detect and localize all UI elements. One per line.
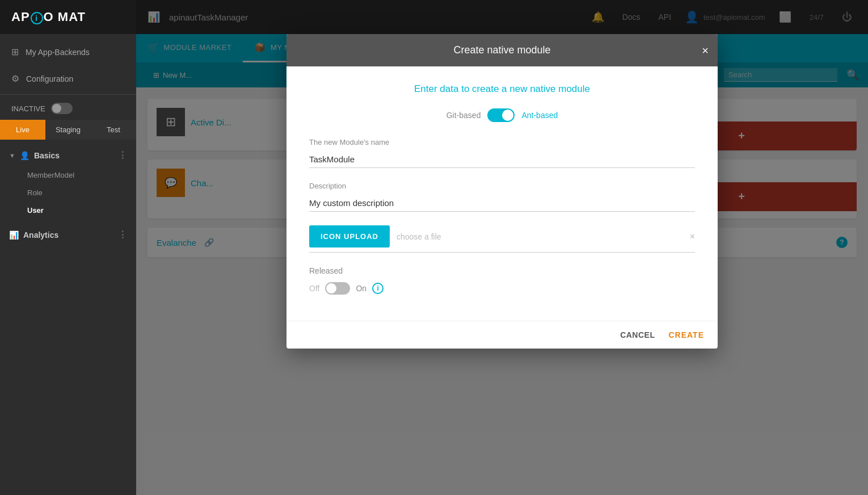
description-label: Description xyxy=(309,182,695,190)
env-tab-staging[interactable]: Staging xyxy=(45,120,91,140)
sidebar-menu: ⊞ My App-Backends ⚙ Configuration INACTI… xyxy=(0,34,136,495)
sidebar-logo: APiO MAT xyxy=(0,0,136,34)
inactive-label: INACTIVE xyxy=(11,104,45,113)
grid-icon: ⊞ xyxy=(11,47,19,57)
modal-close-button[interactable]: × xyxy=(702,45,709,56)
upload-placeholder: choose a file xyxy=(397,232,683,241)
sidebar-item-label: Configuration xyxy=(26,74,73,83)
analytics-section[interactable]: 📊 Analytics ⋮ xyxy=(0,224,136,246)
description-input[interactable] xyxy=(309,195,695,212)
logo: APiO MAT xyxy=(11,10,86,24)
modal-subtitle: Enter data to create a new native module xyxy=(309,83,695,95)
modal-title: Create native module xyxy=(453,44,550,56)
person-icon: 👤 xyxy=(20,151,30,160)
icon-upload-row: ICON UPLOAD choose a file × xyxy=(309,225,695,253)
env-tab-live[interactable]: Live xyxy=(0,120,45,140)
sidebar-item-member-model[interactable]: MemberModel xyxy=(0,166,136,184)
description-field: Description xyxy=(309,182,695,212)
released-toggle-row: Off On i xyxy=(309,282,695,295)
ant-based-label: Ant-based xyxy=(521,111,558,120)
cancel-button[interactable]: CANCEL xyxy=(620,330,655,339)
released-on-label: On xyxy=(356,284,366,293)
released-info-icon[interactable]: i xyxy=(372,283,384,294)
modal-overlay: Create native module × Enter data to cre… xyxy=(136,0,868,495)
sidebar-item-role[interactable]: Role xyxy=(0,184,136,202)
create-button[interactable]: CREATE xyxy=(668,330,704,339)
module-name-input[interactable] xyxy=(309,151,695,168)
mode-toggle[interactable] xyxy=(487,108,515,122)
analytics-label: Analytics xyxy=(23,230,58,240)
inactive-toggle[interactable] xyxy=(51,103,73,114)
modal-footer: CANCEL CREATE xyxy=(286,321,718,349)
analytics-more-icon[interactable]: ⋮ xyxy=(118,229,127,240)
basics-section-header[interactable]: ▼ 👤 Basics ⋮ xyxy=(0,144,136,166)
env-tab-test[interactable]: Test xyxy=(91,120,136,140)
basics-label: Basics xyxy=(34,151,60,160)
sidebar-item-configuration[interactable]: ⚙ Configuration xyxy=(0,65,136,92)
sidebar-divider xyxy=(0,94,136,95)
gear-icon: ⚙ xyxy=(11,73,19,84)
sidebar-item-user[interactable]: User xyxy=(0,202,136,219)
inactive-row: INACTIVE xyxy=(0,97,136,120)
collapse-icon: ▼ xyxy=(9,152,15,159)
upload-clear-button[interactable]: × xyxy=(690,232,695,242)
sidebar-item-my-app-backends[interactable]: ⊞ My App-Backends xyxy=(0,39,136,65)
basics-section: ▼ 👤 Basics ⋮ MemberModel Role User xyxy=(0,140,136,224)
icon-upload-button[interactable]: ICON UPLOAD xyxy=(309,225,390,247)
module-name-field: The new Module's name xyxy=(309,138,695,168)
released-label: Released xyxy=(309,266,695,275)
git-based-label: Git-based xyxy=(446,111,481,120)
sidebar-item-label: My App-Backends xyxy=(26,48,90,57)
module-name-label: The new Module's name xyxy=(309,138,695,146)
released-off-label: Off xyxy=(309,284,319,293)
mode-toggle-row: Git-based Ant-based xyxy=(309,108,695,122)
modal-header: Create native module × xyxy=(286,34,718,66)
released-toggle[interactable] xyxy=(325,282,350,295)
create-native-module-modal: Create native module × Enter data to cre… xyxy=(286,34,718,349)
env-tabs: Live Staging Test xyxy=(0,120,136,140)
main-content: 📊 apinautTaskManager 🔔 Docs API 👤 test@a… xyxy=(136,0,868,495)
released-section: Released Off On i xyxy=(309,266,695,295)
modal-body: Enter data to create a new native module… xyxy=(286,66,718,321)
sidebar: APiO MAT ⊞ My App-Backends ⚙ Configurati… xyxy=(0,0,136,495)
analytics-icon: 📊 xyxy=(9,230,19,240)
more-icon[interactable]: ⋮ xyxy=(118,150,127,161)
